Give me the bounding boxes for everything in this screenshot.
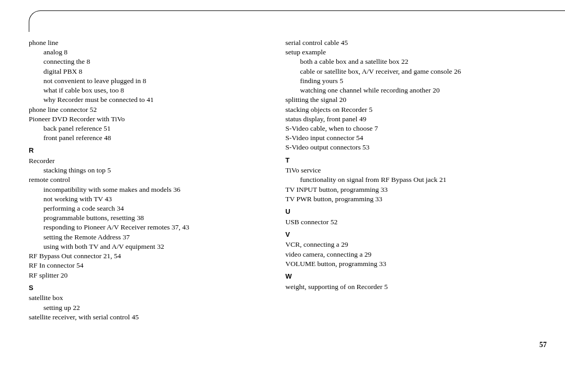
index-entry: not working with TV 43 [29, 194, 280, 204]
index-entry: phone line connector 52 [29, 105, 280, 114]
index-entry: phone line [29, 38, 280, 48]
index-entry: setting the Remote Address 37 [29, 233, 280, 242]
index-letter: V [285, 230, 549, 239]
index-entry: setting up 22 [29, 303, 280, 313]
index-entry: responding to Pioneer A/V Receiver remot… [29, 223, 280, 232]
index-entry: weight, supporting of on Recorder 5 [285, 282, 549, 292]
page-number: 57 [29, 340, 549, 350]
index-entry: Recorder [29, 156, 280, 166]
index-entry: RF In connector 54 [29, 261, 280, 270]
index-entry: setup example [285, 48, 549, 57]
index-entry: S-Video cable, when to choose 7 [285, 124, 549, 133]
index-entry: S-Video input connector 54 [285, 133, 549, 143]
index-entry: both a cable box and a satellite box 22 [285, 57, 549, 66]
index-entry: RF splitter 20 [29, 271, 280, 280]
index-entry: TiVo service [285, 166, 549, 175]
index-entry: programmable buttons, resetting 38 [29, 213, 280, 223]
index-entry: stacking objects on Recorder 5 [285, 105, 549, 114]
index-entry: splitting the signal 20 [285, 95, 549, 105]
index-entry: TV INPUT button, programming 33 [285, 185, 549, 194]
left-column: phone lineanalog 8connecting the 8digita… [29, 38, 280, 322]
index-entry: video camera, connecting a 29 [285, 250, 549, 259]
index-letter: U [285, 207, 549, 216]
index-entry: incompatibility with some makes and mode… [29, 185, 280, 194]
index-entry: serial control cable 45 [285, 38, 549, 48]
index-entry: using with both TV and A/V equipment 32 [29, 242, 280, 251]
page-frame-border [29, 10, 565, 32]
index-entry: why Recorder must be connected to 41 [29, 95, 280, 105]
index-letter: S [29, 283, 280, 293]
index-entry: connecting the 8 [29, 57, 280, 66]
index-letter: W [285, 272, 549, 281]
right-column: serial control cable 45setup exampleboth… [285, 38, 549, 322]
index-entry: finding yours 5 [285, 76, 549, 86]
index-entry: satellite receiver, with serial control … [29, 313, 280, 322]
index-columns: phone lineanalog 8connecting the 8digita… [29, 38, 549, 322]
index-entry: cable or satellite box, A/V receiver, an… [285, 67, 549, 76]
index-entry: RF Bypass Out connector 21, 54 [29, 251, 280, 261]
index-entry: S-Video output connectors 53 [285, 143, 549, 152]
index-entry: USB connector 52 [285, 217, 549, 227]
index-entry: status display, front panel 49 [285, 114, 549, 124]
index-entry: VOLUME button, programming 33 [285, 259, 549, 269]
index-entry: performing a code search 34 [29, 204, 280, 213]
index-entry: satellite box [29, 293, 280, 303]
index-entry: digital PBX 8 [29, 67, 280, 76]
index-entry: what if cable box uses, too 8 [29, 86, 280, 95]
index-entry: functionality on signal from RF Bypass O… [285, 175, 549, 185]
index-entry: back panel reference 51 [29, 124, 280, 133]
index-entry: watching one channel while recording ano… [285, 86, 549, 95]
index-letter: T [285, 156, 549, 165]
index-entry: VCR, connecting a 29 [285, 240, 549, 249]
index-entry: front panel reference 48 [29, 133, 280, 143]
index-entry: Pioneer DVD Recorder with TiVo [29, 114, 280, 124]
index-entry: analog 8 [29, 48, 280, 57]
index-letter: R [29, 146, 280, 155]
index-entry: not convenient to leave plugged in 8 [29, 76, 280, 86]
index-entry: TV PWR button, programming 33 [285, 194, 549, 204]
index-entry: remote control [29, 175, 280, 185]
index-entry: stacking things on top 5 [29, 166, 280, 175]
